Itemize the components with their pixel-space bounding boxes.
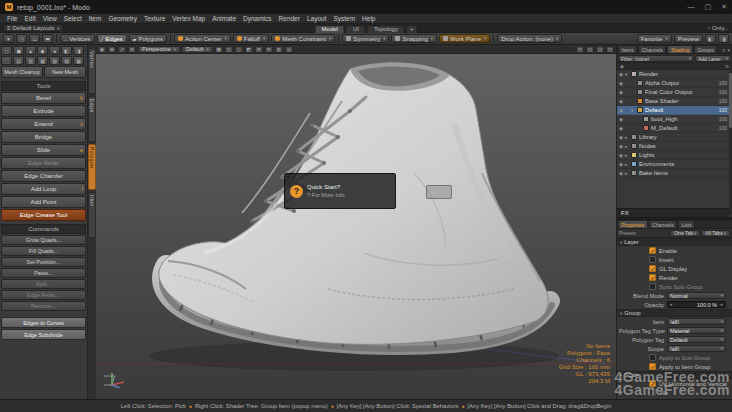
chevron-down-icon[interactable]: ▾ bbox=[727, 47, 730, 53]
maximize-button[interactable]: ▢ bbox=[705, 3, 712, 11]
command-split[interactable]: Split... bbox=[1, 279, 86, 289]
tab-properties[interactable]: Properties bbox=[618, 220, 648, 228]
menu-dynamics[interactable]: Dynamics bbox=[240, 15, 275, 22]
command-remove[interactable]: Remove... bbox=[1, 301, 86, 311]
layout-tab-model[interactable]: Model bbox=[315, 25, 345, 33]
toolbar-icon-4[interactable]: ⬒ bbox=[42, 34, 53, 43]
viewport-mid-icon-1[interactable]: ▦ bbox=[215, 46, 223, 53]
left-panel-icon-14[interactable]: ▩ bbox=[73, 56, 84, 65]
side-tab-edge[interactable]: Edge bbox=[88, 96, 96, 142]
tool-edge-crease-tool[interactable]: Edge Crease Tool bbox=[1, 209, 86, 221]
tab-shading[interactable]: Shading bbox=[667, 45, 692, 53]
viewport-mid-icon-5[interactable]: ⊞ bbox=[255, 46, 263, 53]
polygon-tag-type-dropdown[interactable]: Material▾ bbox=[667, 327, 726, 334]
vertices-mode-button[interactable]: ∴Vertices bbox=[60, 34, 95, 43]
tree-row-library[interactable]: ◉▸Library bbox=[617, 133, 729, 142]
scope-dropdown[interactable]: (all)▾ bbox=[667, 345, 726, 352]
viewport-icon-1[interactable]: ◉ bbox=[98, 46, 106, 53]
command-set-position[interactable]: Set Position... bbox=[1, 257, 86, 267]
tool-add-loop[interactable]: Add Loopl bbox=[1, 183, 86, 195]
menu-help[interactable]: Help bbox=[359, 15, 378, 22]
polygon-tag-dropdown[interactable]: Default▾ bbox=[667, 336, 726, 343]
toolbar-icon-2[interactable]: ◳ bbox=[16, 34, 27, 43]
command-fill-quads[interactable]: Fill Quads... bbox=[1, 246, 86, 256]
tree-row-environments[interactable]: ◉▸Environments bbox=[617, 160, 729, 169]
apply-to-item-group-checkbox[interactable] bbox=[649, 363, 656, 370]
side-tab-vertex[interactable]: Vertex bbox=[88, 48, 96, 94]
left-panel-icon-6[interactable]: ◧ bbox=[61, 46, 72, 55]
fx-row[interactable]: FX bbox=[617, 208, 729, 217]
edges-mode-button[interactable]: ╱Edges bbox=[97, 34, 127, 43]
minimize-button[interactable]: — bbox=[688, 3, 695, 11]
tab-channels[interactable]: Channels bbox=[638, 45, 666, 53]
tool-bridge[interactable]: Bridge bbox=[1, 131, 86, 143]
viewport-right-icon-4[interactable]: ◳ bbox=[606, 46, 614, 53]
item-dropdown[interactable]: (all)▾ bbox=[667, 318, 726, 325]
add-layout-tab-button[interactable]: + bbox=[406, 25, 418, 33]
left-panel-icon-2[interactable]: ◼ bbox=[13, 46, 24, 55]
tree-row-bake-items[interactable]: ◉▸Bake Items bbox=[617, 169, 729, 178]
tree-row-final-color-output[interactable]: ◉Final Color Output100 bbox=[617, 88, 729, 97]
render-checkbox[interactable] bbox=[649, 274, 656, 281]
edge-subdivide-button[interactable]: Edge Subdivide bbox=[1, 329, 86, 340]
viewport-right-icon-2[interactable]: ◱ bbox=[586, 46, 594, 53]
tool-extrude[interactable]: Extrude bbox=[1, 105, 86, 117]
tree-row-lights[interactable]: ◉▸Lights bbox=[617, 151, 729, 160]
tree-row-base-shader[interactable]: ◉Base Shader100 bbox=[617, 97, 729, 106]
left-panel-icon-7[interactable]: ◨ bbox=[73, 46, 84, 55]
layout-tab-ui[interactable]: UI bbox=[346, 25, 366, 33]
visibility-icon[interactable]: ◉ bbox=[617, 153, 625, 158]
preset-all-tabs[interactable]: All Tabs▾ bbox=[701, 230, 730, 237]
boot-model[interactable] bbox=[114, 53, 584, 393]
menu-animate[interactable]: Animate bbox=[209, 15, 239, 22]
filter-dropdown[interactable]: Filter: (none) ▾ bbox=[618, 55, 694, 62]
command-paste[interactable]: Paste... bbox=[1, 268, 86, 278]
invert-checkbox[interactable] bbox=[649, 256, 656, 263]
tab-groups[interactable]: Groups bbox=[694, 45, 717, 53]
tool-edge-chamfer[interactable]: Edge Chamfer bbox=[1, 170, 86, 182]
tool-bevel[interactable]: Bevelb bbox=[1, 92, 86, 104]
layout-tab-topology[interactable]: Topology bbox=[367, 25, 405, 33]
tree-row-default[interactable]: ◉▾Default100 bbox=[617, 106, 729, 115]
blend-mode-dropdown[interactable]: Normal▾ bbox=[667, 292, 726, 299]
left-panel-icon-3[interactable]: ▲ bbox=[25, 46, 36, 55]
mesh-constraint-dropdown[interactable]: Mesh Constraint▾ bbox=[271, 34, 335, 43]
panel-menu-icon[interactable]: ≡ bbox=[723, 47, 726, 53]
viewport-mid-icon-2[interactable]: ◫ bbox=[225, 46, 233, 53]
visibility-icon[interactable]: ◉ bbox=[617, 117, 625, 122]
viewport-3d[interactable]: ◉✥⤢⟳Perspective▾Default▾▦◫◻◩⊞⊟◍◎◰◱◲◳ bbox=[96, 45, 616, 399]
section-header-group[interactable]: ▾Group bbox=[617, 309, 732, 317]
apply-to-sub-group-checkbox[interactable] bbox=[649, 354, 656, 361]
tree-row-alpha-output[interactable]: ◉Alpha Output100 bbox=[617, 79, 729, 88]
tree-row-render[interactable]: ◉▾Render bbox=[617, 70, 729, 79]
viewport-right-icon-3[interactable]: ◲ bbox=[596, 46, 604, 53]
spinner-right-icon[interactable]: ▸ bbox=[719, 302, 725, 307]
command-grow-quads[interactable]: Grow Quads... bbox=[1, 235, 86, 245]
new-mesh-button[interactable]: New Mesh bbox=[44, 66, 86, 78]
drop-action-dropdown[interactable]: Drop Action: (none)▾ bbox=[497, 34, 562, 43]
shading-mode-dropdown[interactable]: Default▾ bbox=[182, 46, 213, 53]
symmetry-dropdown[interactable]: Symmetry▾ bbox=[342, 34, 389, 43]
viewport-icon-2[interactable]: ✥ bbox=[108, 46, 116, 53]
tab-lists[interactable]: Lists bbox=[678, 220, 695, 228]
menu-select[interactable]: Select bbox=[61, 15, 85, 22]
tree-row-nodes[interactable]: ◉▸Nodes bbox=[617, 142, 729, 151]
visibility-icon[interactable]: ◉ bbox=[617, 162, 625, 167]
tile-checkbox[interactable] bbox=[649, 389, 656, 396]
favorite-button[interactable]: Favorite▾ bbox=[637, 34, 672, 43]
toolbar-icon-1[interactable]: ▼ bbox=[3, 34, 14, 43]
polygons-mode-button[interactable]: ▰Polygons bbox=[129, 34, 168, 43]
left-panel-icon-9[interactable]: ▤ bbox=[13, 56, 24, 65]
toolbar-right-icon-1[interactable]: ◧ bbox=[705, 34, 716, 43]
toolbar-icon-3[interactable]: ▭ bbox=[29, 34, 40, 43]
visibility-icon[interactable]: ◉ bbox=[617, 81, 625, 86]
visibility-icon[interactable]: ◉ bbox=[617, 72, 625, 77]
menu-item[interactable]: Item bbox=[86, 15, 105, 22]
visibility-icon[interactable]: ◉ bbox=[617, 126, 625, 131]
tool-slide[interactable]: Slidee bbox=[1, 144, 86, 156]
visibility-icon[interactable]: ◉ bbox=[617, 171, 625, 176]
command-edge-relax[interactable]: Edge Relax... bbox=[1, 290, 86, 300]
section-header-scale[interactable]: ▾Scale bbox=[617, 371, 732, 379]
visibility-icon[interactable]: ◉ bbox=[617, 99, 625, 104]
opacity-field[interactable]: ◂100.0 %▸ bbox=[667, 301, 726, 308]
